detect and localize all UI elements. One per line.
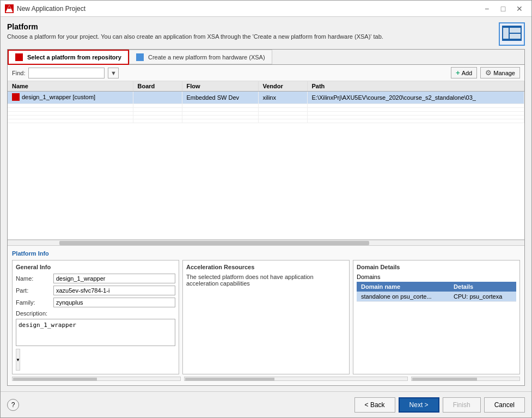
close-button[interactable]: ✕ xyxy=(512,3,527,15)
plus-icon: + xyxy=(456,69,460,77)
col-header-path: Path xyxy=(307,81,524,92)
domain-cell-details: CPU: psu_cortexa xyxy=(449,292,516,302)
svg-marker-1 xyxy=(8,5,11,9)
family-row: Family: xyxy=(16,298,175,307)
general-h-thumb[interactable] xyxy=(13,378,97,381)
gear-icon: ⚙ xyxy=(485,69,492,77)
accel-h-scrollbar[interactable] xyxy=(184,377,408,381)
manage-button[interactable]: ⚙ Manage xyxy=(480,67,520,78)
h-scrollbar[interactable] xyxy=(8,240,524,245)
window-controls: − □ ✕ xyxy=(479,3,527,15)
main-window: New Application Project − □ ✕ Platform C… xyxy=(0,0,532,418)
platform-header: Platform Choose a platform for your proj… xyxy=(7,22,525,46)
row-platform-icon xyxy=(12,93,20,101)
domain-h-scrollbar[interactable] xyxy=(411,377,520,381)
tab-bar: Select a platform from repository Create… xyxy=(8,50,524,65)
content-area: Platform Choose a platform for your proj… xyxy=(1,17,531,391)
platform-title: Platform xyxy=(7,22,383,31)
col-header-flow: Flow xyxy=(182,81,258,92)
domain-cell-name: standalone on psu_corte... xyxy=(357,292,449,302)
domain-col-details: Details xyxy=(449,282,516,292)
cell-vendor: xilinx xyxy=(258,92,307,104)
domain-table: Domain name Details standalone on psu_co… xyxy=(357,282,516,302)
domain-h-thumb[interactable] xyxy=(412,378,477,381)
table-row-empty-1[interactable] xyxy=(8,104,524,108)
svg-rect-4 xyxy=(510,28,521,33)
filter-button[interactable]: ▼ xyxy=(108,68,119,78)
v-scrollbar-left[interactable]: ▼ xyxy=(16,349,20,371)
family-value[interactable] xyxy=(53,298,175,307)
general-info-title: General Info xyxy=(16,264,175,270)
cancel-button[interactable]: Cancel xyxy=(484,397,525,413)
accel-h-thumb[interactable] xyxy=(185,378,274,381)
tab-from-repo[interactable]: Select a platform from repository xyxy=(8,50,129,65)
domain-title: Domain Details xyxy=(357,264,516,270)
name-value[interactable] xyxy=(53,274,175,283)
info-panels: General Info Name: Part: Family: xyxy=(12,260,520,374)
maximize-button[interactable]: □ xyxy=(496,3,511,15)
header-icon-box xyxy=(499,22,525,46)
find-input[interactable] xyxy=(28,68,105,78)
name-row: Name: xyxy=(16,274,175,283)
svg-rect-3 xyxy=(503,28,509,39)
bottom-bar: ? < Back Next > Finish Cancel xyxy=(1,391,531,417)
window-title: New Application Project xyxy=(17,5,85,13)
finish-button[interactable]: Finish xyxy=(443,397,481,413)
col-header-vendor: Vendor xyxy=(258,81,307,92)
acceleration-text: The selected platform does not have appl… xyxy=(186,274,346,287)
domains-label: Domains xyxy=(357,274,516,280)
tab-from-hw[interactable]: Create a new platform from hardware (XSA… xyxy=(129,50,272,64)
back-button[interactable]: < Back xyxy=(354,397,395,413)
table-row-empty-2[interactable] xyxy=(8,108,524,112)
platform-info-title: Platform Info xyxy=(12,250,520,257)
nav-buttons: < Back Next > Finish Cancel xyxy=(354,397,525,413)
family-label: Family: xyxy=(16,299,51,306)
toolbar-row: Find: ▼ + Add ⚙ Manage xyxy=(8,65,524,81)
platform-desc: Choose a platform for your project. You … xyxy=(7,33,383,40)
part-row: Part: xyxy=(16,286,175,295)
general-h-scrollbar[interactable] xyxy=(12,377,181,381)
title-bar: New Application Project − □ ✕ xyxy=(1,1,531,17)
next-button[interactable]: Next > xyxy=(399,397,439,413)
cell-path: E:\XilinxPrj\AXU5EV\course_2020\course_s… xyxy=(307,92,524,104)
platform-table: Name Board Flow Vendor Path xyxy=(8,81,524,123)
table-row-empty-5[interactable] xyxy=(8,119,524,123)
table-row-empty-3[interactable] xyxy=(8,112,524,116)
tab-icon-hw xyxy=(136,53,144,61)
col-header-board: Board xyxy=(133,81,182,92)
name-label: Name: xyxy=(16,275,51,282)
cell-board xyxy=(133,92,182,104)
platform-info-section: Platform Info General Info Name: Part: xyxy=(8,245,524,385)
table-row[interactable]: design_1_wrapper [custom] Embedded SW De… xyxy=(8,92,524,104)
acceleration-title: Acceleration Resources xyxy=(186,264,346,270)
desc-value[interactable] xyxy=(16,319,175,346)
domain-col-name: Domain name xyxy=(357,282,449,292)
main-panel: Select a platform from repository Create… xyxy=(7,49,525,386)
acceleration-panel: Acceleration Resources The selected plat… xyxy=(182,260,350,374)
desc-label: Description: xyxy=(16,310,175,317)
part-label: Part: xyxy=(16,287,51,294)
minimize-button[interactable]: − xyxy=(479,3,494,15)
general-info-panel: General Info Name: Part: Family: xyxy=(12,260,179,374)
part-value[interactable] xyxy=(53,286,175,295)
domain-row[interactable]: standalone on psu_corte... CPU: psu_cort… xyxy=(357,292,516,302)
help-button[interactable]: ? xyxy=(7,399,19,411)
domain-panel: Domain Details Domains Domain name Detai… xyxy=(353,260,520,374)
h-scrollbar-thumb[interactable] xyxy=(59,241,369,245)
app-icon xyxy=(5,4,14,13)
add-button[interactable]: + Add xyxy=(451,67,477,78)
tab-icon-repo xyxy=(15,53,23,61)
find-label: Find: xyxy=(12,70,25,76)
svg-rect-5 xyxy=(510,34,521,39)
platform-table-container[interactable]: Name Board Flow Vendor Path xyxy=(8,81,524,240)
table-row-empty-4[interactable] xyxy=(8,116,524,119)
cell-name: design_1_wrapper [custom] xyxy=(8,92,133,104)
col-header-name: Name xyxy=(8,81,133,92)
cell-flow: Embedded SW Dev xyxy=(182,92,258,104)
